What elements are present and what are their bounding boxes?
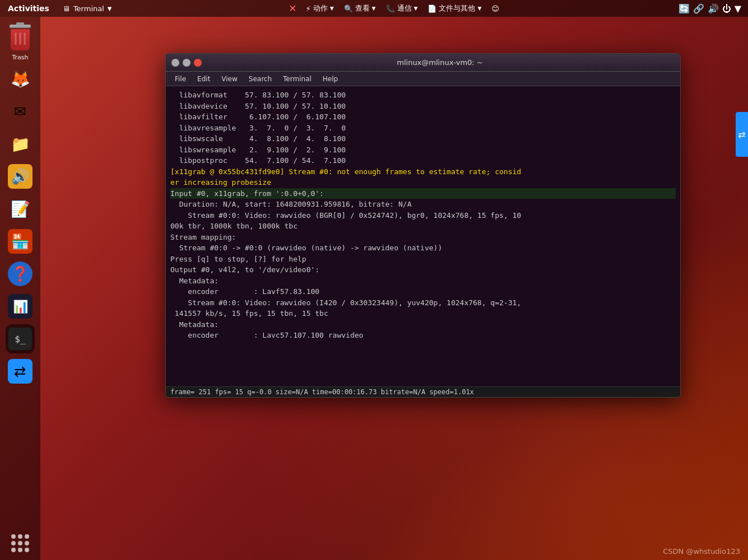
- dock-item-firefox[interactable]: 🦊: [6, 64, 35, 94]
- right-widget[interactable]: ⇄: [736, 112, 748, 157]
- thunderbird-icon: ✉️: [14, 103, 26, 120]
- maximize-button[interactable]: [183, 59, 191, 67]
- term-line: libavresample 3. 7. 0 / 3. 7. 0: [170, 123, 676, 134]
- term-line: Stream mapping:: [170, 232, 676, 243]
- term-line: 141557 kb/s, 15 fps, 15 tbn, 15 tbc: [170, 308, 676, 319]
- term-line: Metadata:: [170, 319, 676, 330]
- terminal-title: mlinux@mlinux-vm0: ~: [205, 58, 675, 67]
- term-line: Press [q] to stop, [?] for help: [170, 254, 676, 265]
- power-icon[interactable]: ⏻: [722, 3, 731, 14]
- term-line: libavdevice 57. 10.100 / 57. 10.100: [170, 101, 676, 112]
- app-grid-button[interactable]: [11, 534, 29, 552]
- csdn-watermark: CSDN @whstudio123: [663, 547, 740, 556]
- term-line: 00k tbr, 1000k tbn, 1000k tbc: [170, 221, 676, 232]
- dock-item-appstore[interactable]: 🏪: [6, 227, 35, 256]
- volume-icon[interactable]: 🔊: [708, 3, 719, 14]
- dock-item-writer[interactable]: 📝: [6, 194, 35, 223]
- appstore-icon: 🏪: [8, 229, 32, 254]
- term-line: libavfilter 6.107.100 / 6.107.100: [170, 111, 676, 123]
- dock-item-terminal[interactable]: $_: [6, 324, 35, 353]
- terminal-icon: $_: [8, 328, 32, 350]
- view-menu[interactable]: View: [216, 75, 243, 83]
- dock-item-thunderbird[interactable]: ✉️: [6, 97, 35, 126]
- dock-item-teamviewer[interactable]: ⇄: [6, 357, 35, 386]
- help-icon: ❓: [8, 262, 32, 286]
- term-line: Output #0, v4l2, to '/dev/video0':: [170, 264, 676, 276]
- topbar-close-button[interactable]: ✕: [285, 3, 300, 14]
- right-widget-icon: ⇄: [738, 129, 745, 140]
- files-button[interactable]: 📄文件与其他▼: [423, 3, 486, 13]
- term-warning-line2: er increasing probesize: [170, 177, 676, 188]
- term-line: encoder : Lavc57.107.100 rawvideo: [170, 330, 676, 341]
- search-menu[interactable]: Search: [243, 75, 277, 83]
- arrow-down-icon[interactable]: ▼: [735, 3, 741, 14]
- app-name-button[interactable]: 🖥 Terminal ▼: [57, 4, 118, 13]
- term-line: libswscale 4. 8.100 / 4. 8.100: [170, 133, 676, 144]
- term-line: libavformat 57. 83.100 / 57. 83.100: [170, 90, 676, 101]
- dock-item-monitor[interactable]: 📊: [6, 292, 35, 321]
- firefox-icon: 🦊: [11, 70, 30, 88]
- file-menu[interactable]: File: [169, 75, 192, 83]
- term-line: Stream #0:0: Video: rawvideo (BGR[0] / 0…: [170, 210, 676, 221]
- term-line: Duration: N/A, start: 1648200931.959816,…: [170, 199, 676, 210]
- term-line: Stream #0:0: Video: rawvideo (I420 / 0x3…: [170, 297, 676, 309]
- teamviewer-icon[interactable]: 🔄: [679, 3, 690, 14]
- dock-item-files[interactable]: 📁: [6, 129, 35, 158]
- speaker-icon: 🔊: [8, 164, 32, 189]
- topbar-center-area: ✕ ⚡动作▼ 🔍查看▼ 📞通信▼ 📄文件与其他▼ 😊: [118, 3, 672, 14]
- term-line: libswresample 2. 9.100 / 2. 9.100: [170, 144, 676, 156]
- term-line: Metadata:: [170, 276, 676, 287]
- terminal-titlebar: mlinux@mlinux-vm0: ~: [166, 54, 680, 72]
- terminal-status-line: frame= 251 fps= 15 q=-0.0 size=N/A time=…: [166, 386, 680, 397]
- terminal-menubar: File Edit View Search Terminal Help: [166, 72, 680, 86]
- action-button[interactable]: ⚡动作▼: [301, 3, 338, 13]
- dock-item-speaker[interactable]: 🔊: [6, 162, 35, 191]
- term-warning-line: [x11grab @ 0x55bc431fd9e0] Stream #0: no…: [170, 166, 676, 178]
- topbar-right-area: 🔄 🔗 🔊 ⏻ ▼: [672, 3, 748, 14]
- minimize-button[interactable]: [171, 59, 179, 67]
- term-line: encoder : Lavf57.83.100: [170, 286, 676, 297]
- view-button[interactable]: 🔍查看▼: [340, 3, 380, 13]
- emoji-button[interactable]: 😊: [487, 4, 504, 13]
- terminal-menu[interactable]: Terminal: [277, 75, 317, 83]
- terminal-window: mlinux@mlinux-vm0: ~ File Edit View Sear…: [165, 53, 681, 398]
- trash-can-icon: [8, 25, 32, 52]
- help-menu[interactable]: Help: [317, 75, 343, 83]
- terminal-body[interactable]: libavformat 57. 83.100 / 57. 83.100 liba…: [166, 86, 680, 386]
- files-icon: 📁: [11, 135, 30, 153]
- activities-button[interactable]: Activities: [0, 0, 57, 17]
- teamviewer-dock-icon: ⇄: [8, 359, 32, 384]
- trash-label: Trash: [12, 54, 28, 61]
- monitor-icon: 📊: [8, 294, 32, 319]
- term-line: Stream #0:0 -> #0:0 (rawvideo (native) -…: [170, 242, 676, 254]
- edit-menu[interactable]: Edit: [192, 75, 216, 83]
- term-input-line: Input #0, x11grab, from ':0.0+0,0':: [170, 188, 676, 199]
- term-line: libpostproc 54. 7.100 / 54. 7.100: [170, 155, 676, 166]
- dock-trash[interactable]: Trash: [8, 25, 32, 61]
- comms-button[interactable]: 📞通信▼: [382, 3, 422, 13]
- dock: Trash 🦊 ✉️ 📁 🔊 📝 🏪 ❓ 📊 $_ ⇄: [0, 17, 40, 560]
- close-button[interactable]: [194, 59, 202, 67]
- writer-icon: 📝: [11, 200, 30, 218]
- topbar: Activities 🖥 Terminal ▼ ✕ ⚡动作▼ 🔍查看▼ 📞通信▼…: [0, 0, 748, 17]
- dock-item-help[interactable]: ❓: [6, 259, 35, 288]
- network-icon[interactable]: 🔗: [693, 3, 704, 14]
